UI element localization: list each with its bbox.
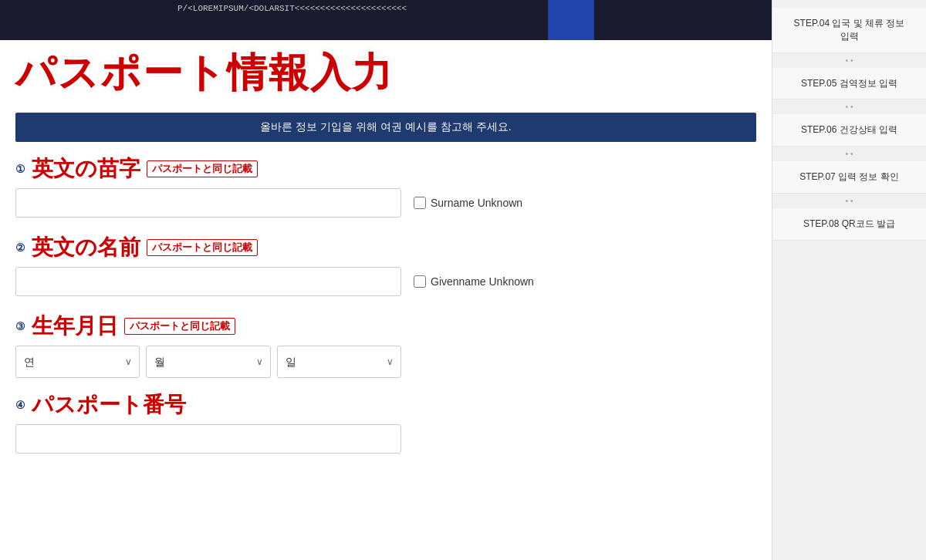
givenname-label-row: ② 英文の名前 パスポートと同じ記載 <box>15 233 756 262</box>
dob-section: ③ 生年月日 パスポートと同じ記載 연 ∨ 월 ∨ 일 ∨ <box>0 312 772 390</box>
surname-same-note: パスポートと同じ記載 <box>147 160 258 177</box>
sidebar-step-07-label: STEP.07 입력 정보 확인 <box>799 171 898 182</box>
givenname-section: ② 英文の名前 パスポートと同じ記載 Givenname Unknown <box>0 233 772 312</box>
passport-strip: P/<LOREMIPSUM/<DOLARSIT<<<<<<<<<<<<<<<<<… <box>0 0 772 40</box>
surname-unknown-checkbox[interactable] <box>414 197 426 209</box>
surname-input-row: Surname Unknown <box>15 188 756 218</box>
passport-number-input[interactable] <box>15 424 401 454</box>
day-select[interactable]: 일 <box>277 346 401 378</box>
sidebar-step-05-label: STEP.05 검역정보 입력 <box>801 78 897 89</box>
givenname-input-row: Givenname Unknown <box>15 267 756 296</box>
year-select-wrap: 연 ∨ <box>15 346 140 378</box>
month-select-wrap: 월 ∨ <box>146 346 270 378</box>
sidebar-step-08-label: STEP.08 QR코드 발급 <box>803 218 895 229</box>
sidebar-step-08[interactable]: STEP.08 QR코드 발급 <box>772 208 926 241</box>
year-select[interactable]: 연 <box>15 346 140 378</box>
surname-unknown-label[interactable]: Surname Unknown <box>414 197 522 209</box>
page-title-area: パスポート情報入力 <box>0 40 772 106</box>
surname-number: ① <box>15 163 25 175</box>
passport-number-section: ④ パスポート番号 <box>0 390 772 469</box>
surname-input[interactable] <box>15 188 401 218</box>
dots-4: • • <box>846 194 853 208</box>
main-content: P/<LOREMIPSUM/<DOLARSIT<<<<<<<<<<<<<<<<<… <box>0 0 772 560</box>
passport-num-number: ④ <box>15 399 25 411</box>
givenname-unknown-checkbox[interactable] <box>414 275 426 288</box>
givenname-input[interactable] <box>15 267 401 296</box>
dob-label-jp: 生年月日 <box>32 312 118 341</box>
passport-num-input-row <box>15 424 756 454</box>
surname-section: ① 英文の苗字 パスポートと同じ記載 Surname Unknown <box>0 154 772 233</box>
givenname-unknown-label[interactable]: Givenname Unknown <box>414 275 534 288</box>
dots-2: • • <box>846 100 853 114</box>
givenname-unknown-text: Givenname Unknown <box>431 275 534 288</box>
passport-blue-bar <box>548 0 594 40</box>
info-banner: 올바른 정보 기입을 위해 여권 예시를 참고해 주세요. <box>15 113 756 142</box>
dots-1: • • <box>846 53 853 68</box>
sidebar-step-06-label: STEP.06 건강상태 입력 <box>801 124 897 135</box>
sidebar-step-05[interactable]: STEP.05 검역정보 입력 <box>772 68 926 100</box>
day-select-wrap: 일 ∨ <box>277 346 401 378</box>
givenname-label-jp: 英文の名前 <box>32 233 140 262</box>
givenname-number: ② <box>15 241 25 254</box>
dob-number: ③ <box>15 320 25 332</box>
sidebar-step-04-label: STEP.04 입국 및 체류 정보입력 <box>794 18 905 42</box>
surname-label-jp: 英文の苗字 <box>32 154 140 184</box>
dob-label-row: ③ 生年月日 パスポートと同じ記載 <box>15 312 756 341</box>
surname-label-row: ① 英文の苗字 パスポートと同じ記載 <box>15 154 756 184</box>
passport-num-label-row: ④ パスポート番号 <box>15 390 756 420</box>
surname-unknown-text: Surname Unknown <box>431 197 522 209</box>
passport-text: P/<LOREMIPSUM/<DOLARSIT<<<<<<<<<<<<<<<<<… <box>177 3 407 15</box>
dob-same-note: パスポートと同じ記載 <box>124 318 235 335</box>
page-title: パスポート情報入力 <box>15 46 394 100</box>
month-select[interactable]: 월 <box>146 346 270 378</box>
givenname-same-note: パスポートと同じ記載 <box>147 239 258 256</box>
sidebar-step-04[interactable]: STEP.04 입국 및 체류 정보입력 <box>772 8 926 53</box>
sidebar-step-06[interactable]: STEP.06 건강상태 입력 <box>772 114 926 147</box>
dots-3: • • <box>846 147 853 161</box>
dob-date-row: 연 ∨ 월 ∨ 일 ∨ <box>15 346 401 378</box>
sidebar-step-07[interactable]: STEP.07 입력 정보 확인 <box>772 161 926 194</box>
passport-num-label-jp: パスポート番号 <box>32 390 186 420</box>
sidebar: STEP.04 입국 및 체류 정보입력 • • STEP.05 검역정보 입력… <box>772 0 926 560</box>
